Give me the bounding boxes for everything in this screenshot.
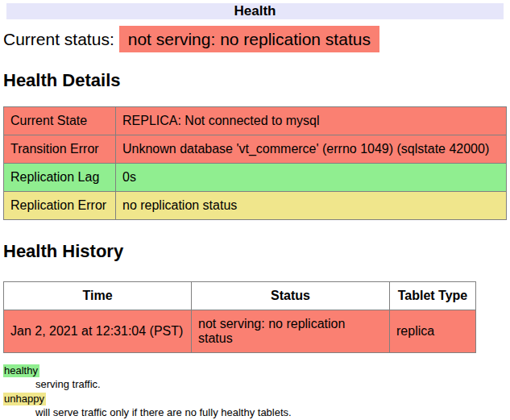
detail-value: 0s [116, 164, 507, 192]
health-details-table: Current State REPLICA: Not connected to … [3, 106, 507, 220]
table-row: Transition Error Unknown database 'vt_co… [4, 135, 507, 164]
table-row: Replication Lag 0s [4, 164, 507, 192]
current-status-badge: not serving: no replication status [119, 26, 379, 52]
status-legend: healthy serving traffic. unhappy will se… [3, 364, 507, 420]
detail-key: Replication Lag [4, 164, 116, 192]
history-time: Jan 2, 2021 at 12:31:04 (PST) [4, 310, 192, 353]
legend-term-healthy: healthy [3, 364, 39, 377]
page-title: Health [6, 3, 504, 19]
history-tablet-type: replica [390, 310, 476, 353]
column-header-time: Time [4, 282, 192, 310]
health-details-heading: Health Details [3, 70, 507, 90]
detail-key: Current State [4, 107, 116, 135]
detail-value: REPLICA: Not connected to mysql [116, 107, 507, 135]
legend-description: serving traffic. [35, 378, 507, 391]
table-row: Jan 2, 2021 at 12:31:04 (PST) not servin… [4, 310, 476, 353]
current-status-line: Current status:not serving: no replicati… [3, 29, 507, 49]
table-header-row: Time Status Tablet Type [4, 282, 476, 310]
column-header-status: Status [192, 282, 390, 310]
detail-key: Replication Error [4, 192, 116, 220]
health-history-heading: Health History [3, 241, 507, 261]
health-history-table: Time Status Tablet Type Jan 2, 2021 at 1… [3, 281, 476, 353]
legend-description: will serve traffic only if there are no … [35, 406, 507, 419]
detail-key: Transition Error [4, 135, 116, 164]
legend-term: healthy [3, 364, 507, 377]
legend-term-unhappy: unhappy [3, 393, 46, 405]
column-header-tablet-type: Tablet Type [390, 282, 476, 310]
current-status-label: Current status: [3, 30, 114, 48]
table-row: Current State REPLICA: Not connected to … [4, 107, 507, 135]
detail-value: no replication status [116, 192, 507, 220]
legend-term: unhappy [3, 393, 507, 405]
detail-value: Unknown database 'vt_commerce' (errno 10… [116, 135, 507, 164]
table-row: Replication Error no replication status [4, 192, 507, 220]
history-status: not serving: no replication status [192, 310, 390, 353]
